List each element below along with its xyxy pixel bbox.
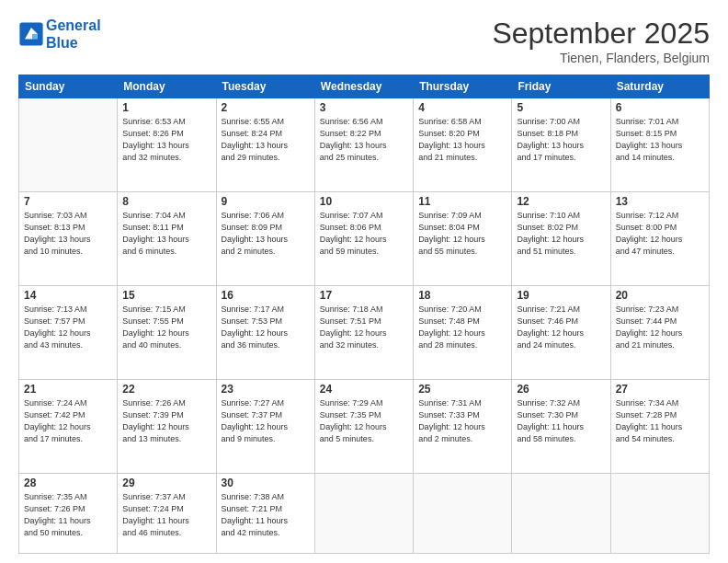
day-number: 19 (517, 289, 605, 302)
day-number: 8 (122, 195, 210, 208)
day-info: Sunrise: 7:07 AMSunset: 8:06 PMDaylight:… (320, 210, 408, 258)
day-number: 26 (517, 383, 605, 396)
day-info: Sunrise: 7:37 AMSunset: 7:24 PMDaylight:… (122, 491, 210, 539)
calendar-cell (19, 98, 118, 192)
day-info: Sunrise: 7:27 AMSunset: 7:37 PMDaylight:… (222, 397, 310, 445)
calendar-cell: 4Sunrise: 6:58 AMSunset: 8:20 PMDaylight… (414, 98, 512, 192)
logo-line1: General (46, 17, 101, 34)
day-number: 20 (616, 289, 704, 302)
day-info: Sunrise: 7:35 AMSunset: 7:26 PMDaylight:… (24, 491, 112, 539)
calendar-header-friday: Friday (512, 75, 610, 98)
calendar-cell: 6Sunrise: 7:01 AMSunset: 8:15 PMDaylight… (610, 98, 709, 192)
day-number: 4 (418, 101, 506, 114)
day-info: Sunrise: 7:18 AMSunset: 7:51 PMDaylight:… (320, 304, 408, 351)
day-number: 17 (320, 289, 408, 302)
day-info: Sunrise: 7:24 AMSunset: 7:42 PMDaylight:… (24, 397, 112, 445)
calendar-cell: 25Sunrise: 7:31 AMSunset: 7:33 PMDayligh… (414, 379, 512, 473)
day-info: Sunrise: 7:34 AMSunset: 7:28 PMDaylight:… (616, 397, 704, 445)
calendar-cell: 14Sunrise: 7:13 AMSunset: 7:57 PMDayligh… (19, 285, 118, 379)
day-info: Sunrise: 7:38 AMSunset: 7:21 PMDaylight:… (222, 491, 310, 539)
calendar-cell: 5Sunrise: 7:00 AMSunset: 8:18 PMDaylight… (512, 98, 610, 192)
calendar-cell: 30Sunrise: 7:38 AMSunset: 7:21 PMDayligh… (216, 473, 314, 553)
day-number: 28 (24, 477, 112, 489)
calendar-cell: 28Sunrise: 7:35 AMSunset: 7:26 PMDayligh… (19, 473, 118, 553)
day-info: Sunrise: 7:09 AMSunset: 8:04 PMDaylight:… (418, 210, 506, 258)
logo-line2: Blue (46, 34, 101, 52)
calendar-week-row: 1Sunrise: 6:53 AMSunset: 8:26 PMDaylight… (19, 98, 710, 192)
day-info: Sunrise: 7:17 AMSunset: 7:53 PMDaylight:… (222, 304, 310, 351)
day-number: 11 (418, 195, 506, 208)
day-number: 2 (222, 101, 310, 114)
calendar-cell: 18Sunrise: 7:20 AMSunset: 7:48 PMDayligh… (414, 285, 512, 379)
calendar-cell: 19Sunrise: 7:21 AMSunset: 7:46 PMDayligh… (512, 285, 610, 379)
calendar-cell: 3Sunrise: 6:56 AMSunset: 8:22 PMDaylight… (314, 98, 413, 192)
day-info: Sunrise: 7:32 AMSunset: 7:30 PMDaylight:… (517, 397, 605, 445)
calendar-week-row: 7Sunrise: 7:03 AMSunset: 8:13 PMDaylight… (19, 191, 710, 285)
day-info: Sunrise: 6:55 AMSunset: 8:24 PMDaylight:… (222, 116, 310, 164)
calendar-cell: 20Sunrise: 7:23 AMSunset: 7:44 PMDayligh… (610, 285, 709, 379)
day-info: Sunrise: 7:06 AMSunset: 8:09 PMDaylight:… (222, 210, 310, 258)
day-number: 22 (122, 383, 210, 396)
day-info: Sunrise: 7:03 AMSunset: 8:13 PMDaylight:… (24, 210, 112, 258)
calendar-cell: 23Sunrise: 7:27 AMSunset: 7:37 PMDayligh… (216, 379, 314, 473)
calendar-header-row: SundayMondayTuesdayWednesdayThursdayFrid… (19, 75, 710, 98)
day-number: 13 (616, 195, 704, 208)
calendar-cell (512, 473, 610, 553)
calendar-cell (314, 473, 413, 553)
calendar-cell: 21Sunrise: 7:24 AMSunset: 7:42 PMDayligh… (19, 379, 118, 473)
day-number: 3 (320, 101, 408, 114)
calendar-cell: 13Sunrise: 7:12 AMSunset: 8:00 PMDayligh… (610, 191, 709, 285)
day-info: Sunrise: 7:12 AMSunset: 8:00 PMDaylight:… (616, 210, 704, 258)
day-info: Sunrise: 7:26 AMSunset: 7:39 PMDaylight:… (122, 397, 210, 445)
calendar-header-thursday: Thursday (414, 75, 512, 98)
day-info: Sunrise: 6:58 AMSunset: 8:20 PMDaylight:… (418, 116, 506, 164)
day-number: 14 (24, 289, 112, 302)
day-number: 21 (24, 383, 112, 396)
calendar-header-wednesday: Wednesday (314, 75, 413, 98)
calendar-cell: 24Sunrise: 7:29 AMSunset: 7:35 PMDayligh… (314, 379, 413, 473)
day-number: 10 (320, 195, 408, 208)
day-info: Sunrise: 7:15 AMSunset: 7:55 PMDaylight:… (122, 304, 210, 351)
calendar-cell: 16Sunrise: 7:17 AMSunset: 7:53 PMDayligh… (216, 285, 314, 379)
logo-icon (18, 21, 44, 47)
day-info: Sunrise: 7:21 AMSunset: 7:46 PMDaylight:… (517, 304, 605, 351)
calendar-cell: 17Sunrise: 7:18 AMSunset: 7:51 PMDayligh… (314, 285, 413, 379)
calendar-cell (610, 473, 709, 553)
svg-marker-2 (32, 34, 38, 40)
day-number: 16 (222, 289, 310, 302)
calendar-week-row: 14Sunrise: 7:13 AMSunset: 7:57 PMDayligh… (19, 285, 710, 379)
calendar-week-row: 28Sunrise: 7:35 AMSunset: 7:26 PMDayligh… (19, 473, 710, 553)
calendar-week-row: 21Sunrise: 7:24 AMSunset: 7:42 PMDayligh… (19, 379, 710, 473)
calendar-cell (414, 473, 512, 553)
title-block: September 2025 Tienen, Flanders, Belgium (492, 17, 710, 65)
day-number: 6 (616, 101, 704, 114)
calendar-cell: 15Sunrise: 7:15 AMSunset: 7:55 PMDayligh… (118, 285, 216, 379)
day-number: 29 (122, 477, 210, 489)
day-number: 23 (222, 383, 310, 396)
day-number: 15 (122, 289, 210, 302)
calendar-cell: 8Sunrise: 7:04 AMSunset: 8:11 PMDaylight… (118, 191, 216, 285)
calendar-cell: 11Sunrise: 7:09 AMSunset: 8:04 PMDayligh… (414, 191, 512, 285)
calendar-cell: 2Sunrise: 6:55 AMSunset: 8:24 PMDaylight… (216, 98, 314, 192)
calendar-cell: 29Sunrise: 7:37 AMSunset: 7:24 PMDayligh… (118, 473, 216, 553)
calendar-header-saturday: Saturday (610, 75, 709, 98)
header: General Blue September 2025 Tienen, Flan… (18, 17, 710, 65)
day-info: Sunrise: 7:20 AMSunset: 7:48 PMDaylight:… (418, 304, 506, 351)
day-info: Sunrise: 7:31 AMSunset: 7:33 PMDaylight:… (418, 397, 506, 445)
logo: General Blue (18, 17, 101, 52)
day-info: Sunrise: 7:10 AMSunset: 8:02 PMDaylight:… (517, 210, 605, 258)
day-number: 24 (320, 383, 408, 396)
day-number: 9 (222, 195, 310, 208)
day-info: Sunrise: 7:00 AMSunset: 8:18 PMDaylight:… (517, 116, 605, 164)
calendar-cell: 10Sunrise: 7:07 AMSunset: 8:06 PMDayligh… (314, 191, 413, 285)
day-number: 30 (222, 477, 310, 489)
day-number: 7 (24, 195, 112, 208)
day-number: 1 (122, 101, 210, 114)
calendar: SundayMondayTuesdayWednesdayThursdayFrid… (18, 75, 710, 554)
calendar-cell: 22Sunrise: 7:26 AMSunset: 7:39 PMDayligh… (118, 379, 216, 473)
calendar-cell: 12Sunrise: 7:10 AMSunset: 8:02 PMDayligh… (512, 191, 610, 285)
calendar-cell: 27Sunrise: 7:34 AMSunset: 7:28 PMDayligh… (610, 379, 709, 473)
day-info: Sunrise: 6:53 AMSunset: 8:26 PMDaylight:… (122, 116, 210, 164)
day-number: 18 (418, 289, 506, 302)
day-info: Sunrise: 7:23 AMSunset: 7:44 PMDaylight:… (616, 304, 704, 351)
